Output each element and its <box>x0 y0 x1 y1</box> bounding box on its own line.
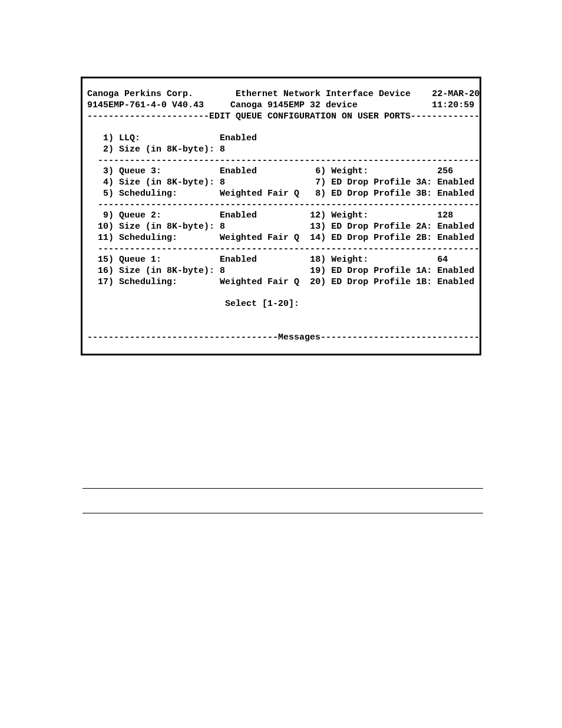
page-rule-1 <box>82 488 483 489</box>
opt-10-value: 8 <box>220 222 225 232</box>
opt-20-value: Enabled <box>437 277 474 287</box>
opt-9-num[interactable]: 9) <box>103 210 114 220</box>
select-prompt[interactable]: Select [1-20]: <box>225 299 299 309</box>
opt-8-num[interactable]: 8) <box>315 189 326 199</box>
opt-11-label: Scheduling: <box>119 233 177 243</box>
page-rule-2 <box>82 513 483 513</box>
opt-6-value: 256 <box>437 166 453 176</box>
opt-20-num[interactable]: 20) <box>310 277 326 287</box>
opt-9-value: Enabled <box>220 210 257 220</box>
opt-16-value: 8 <box>220 266 225 276</box>
hdr-model: 9145EMP-761-4-0 V40.43 <box>87 100 204 110</box>
opt-16-num[interactable]: 16) <box>98 266 114 276</box>
opt-18-num[interactable]: 18) <box>310 255 326 265</box>
divider: ----------------------------------------… <box>87 156 481 166</box>
opt-2-value: 8 <box>220 144 225 154</box>
opt-15-value: Enabled <box>220 255 257 265</box>
opt-7-value: Enabled <box>437 177 474 187</box>
opt-2-label: Size (in 8K-byte): <box>119 144 214 154</box>
opt-20-label: ED Drop Profile 1B: <box>331 277 432 287</box>
opt-14-num[interactable]: 14) <box>310 233 326 243</box>
opt-6-label: Weight: <box>331 166 368 176</box>
opt-14-label: ED Drop Profile 2B: <box>331 233 432 243</box>
opt-7-label: ED Drop Profile 3A: <box>331 177 432 187</box>
opt-13-label: ED Drop Profile 2A: <box>331 222 432 232</box>
opt-19-label: ED Drop Profile 1A: <box>331 266 432 276</box>
divider: ----------------------------------------… <box>87 244 481 254</box>
opt-17-value: Weighted Fair Q <box>220 277 299 287</box>
opt-4-num[interactable]: 4) <box>103 177 114 187</box>
opt-17-num[interactable]: 17) <box>98 277 114 287</box>
opt-5-label: Scheduling: <box>119 189 177 199</box>
opt-18-value: 64 <box>437 255 448 265</box>
terminal-screen: Canoga Perkins Corp. Ethernet Network In… <box>81 77 481 355</box>
opt-19-value: Enabled <box>437 266 474 276</box>
opt-15-label: Queue 1: <box>119 255 161 265</box>
opt-11-num[interactable]: 11) <box>98 233 114 243</box>
opt-8-value: Enabled <box>437 189 474 199</box>
opt-12-num[interactable]: 12) <box>310 210 326 220</box>
opt-3-value: Enabled <box>220 166 257 176</box>
divider: ----------------------------------------… <box>87 200 481 210</box>
hdr-time: 11:20:59 <box>432 100 474 110</box>
opt-8-label: ED Drop Profile 3B: <box>331 189 432 199</box>
opt-13-num[interactable]: 13) <box>310 222 326 232</box>
opt-3-num[interactable]: 3) <box>103 166 114 176</box>
hdr-product: Ethernet Network Interface Device <box>236 89 411 99</box>
opt-15-num[interactable]: 15) <box>98 255 114 265</box>
opt-9-label: Queue 2: <box>119 210 161 220</box>
opt-14-value: Enabled <box>437 233 474 243</box>
opt-18-label: Weight: <box>331 255 368 265</box>
opt-10-label: Size (in 8K-byte): <box>119 222 214 232</box>
opt-3-label: Queue 3: <box>119 166 161 176</box>
opt-6-num[interactable]: 6) <box>315 166 326 176</box>
hdr-date: 22-MAR-2011 <box>432 89 481 99</box>
opt-1-num[interactable]: 1) <box>103 133 114 143</box>
opt-5-num[interactable]: 5) <box>103 189 114 199</box>
opt-10-num[interactable]: 10) <box>98 222 114 232</box>
messages-bar: ------------------------------------Mess… <box>87 332 481 342</box>
title-bar: -----------------------EDIT QUEUE CONFIG… <box>87 111 481 121</box>
opt-12-value: 128 <box>437 210 453 220</box>
opt-4-value: 8 <box>220 177 225 187</box>
opt-16-label: Size (in 8K-byte): <box>119 266 214 276</box>
opt-19-num[interactable]: 19) <box>310 266 326 276</box>
opt-1-label: LLQ: <box>119 133 140 143</box>
opt-11-value: Weighted Fair Q <box>220 233 299 243</box>
hdr-device: Canoga 9145EMP 32 device <box>230 100 358 110</box>
opt-7-num[interactable]: 7) <box>315 177 326 187</box>
opt-5-value: Weighted Fair Q <box>220 189 299 199</box>
hdr-company: Canoga Perkins Corp. <box>87 89 193 99</box>
opt-13-value: Enabled <box>437 222 474 232</box>
opt-4-label: Size (in 8K-byte): <box>119 177 214 187</box>
opt-2-num[interactable]: 2) <box>103 144 114 154</box>
opt-1-value: Enabled <box>220 133 257 143</box>
opt-17-label: Scheduling: <box>119 277 177 287</box>
opt-12-label: Weight: <box>331 210 368 220</box>
